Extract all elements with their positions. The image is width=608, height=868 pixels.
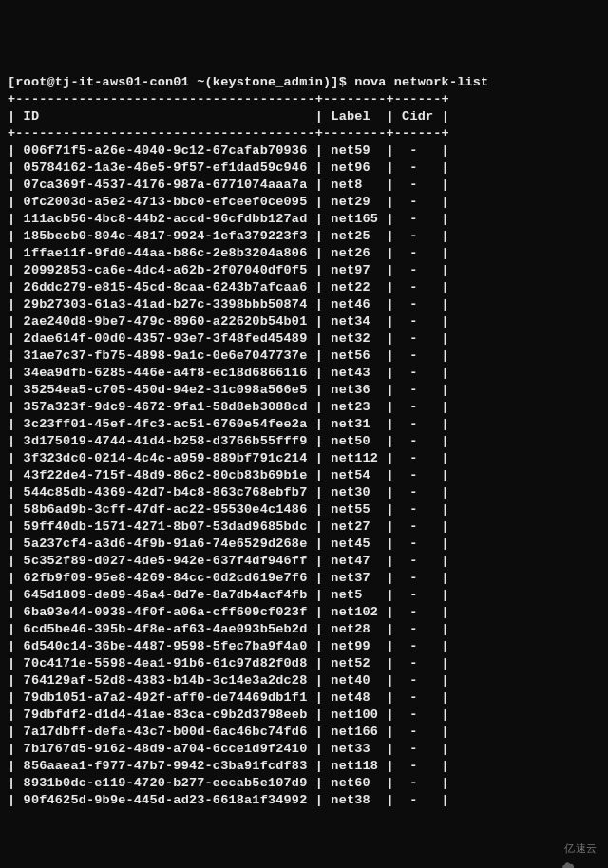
- prompt-line: [root@tj-it-aws01-con01 ~(keystone_admin…: [8, 75, 488, 89]
- watermark-text: 亿速云: [564, 842, 597, 854]
- terminal-output: [root@tj-it-aws01-con01 ~(keystone_admin…: [8, 74, 600, 809]
- command-text[interactable]: nova network-list: [354, 75, 488, 89]
- header-id: ID: [24, 109, 40, 123]
- cloud-icon: [549, 842, 562, 856]
- header-cidr: Cidr: [402, 109, 433, 123]
- table-border-mid: +--------------------------------------+…: [8, 126, 449, 141]
- watermark: 亿速云: [543, 822, 597, 857]
- table-body: | 006f71f5-a26e-4040-9c12-67cafab70936 |…: [8, 143, 449, 807]
- header-label: Label: [331, 109, 370, 123]
- prompt-text: [root@tj-it-aws01-con01 ~(keystone_admin…: [8, 75, 347, 89]
- table-border-top: +--------------------------------------+…: [8, 92, 449, 106]
- table-header-row: | ID | Label | Cidr |: [8, 109, 449, 123]
